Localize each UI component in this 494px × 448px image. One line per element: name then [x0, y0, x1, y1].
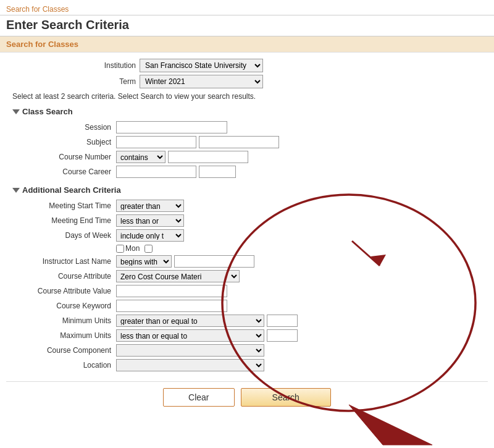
mon-label: Mon — [125, 244, 140, 253]
course-attribute-select[interactable]: Zero Cost Course Materi — [116, 270, 240, 282]
course-component-row: Course Component — [6, 344, 488, 357]
meeting-start-label: Meeting Start Time — [12, 201, 111, 210]
buttons-row: Clear Search — [6, 381, 488, 413]
course-keyword-label: Course Keyword — [12, 302, 111, 310]
course-keyword-row: Course Keyword — [6, 300, 488, 312]
class-search-section: Session Subject Course Number contains C… — [6, 119, 488, 183]
additional-search-label: Additional Search Criteria — [22, 185, 121, 195]
info-text: Select at least 2 search criteria. Selec… — [12, 92, 482, 101]
minimum-units-input[interactable] — [267, 315, 298, 327]
days-of-week-operator[interactable]: include only t — [116, 229, 184, 242]
course-component-select[interactable] — [116, 344, 264, 357]
minimum-units-label: Minimum Units — [12, 316, 111, 325]
institution-select[interactable]: San Francisco State University — [140, 59, 263, 72]
subject-label: Subject — [12, 138, 111, 146]
days-checkboxes-row: Mon — [6, 244, 488, 253]
breadcrumb: Search for Classes — [0, 0, 494, 15]
extra-checkbox-label[interactable] — [144, 245, 154, 253]
session-input[interactable] — [116, 121, 227, 133]
additional-search-section: Meeting Start Time greater than Meeting … — [6, 197, 488, 376]
search-button[interactable]: Search — [241, 388, 331, 407]
additional-search-header[interactable]: Additional Search Criteria — [6, 183, 488, 197]
instructor-row: Instructor Last Name begins with — [6, 255, 488, 268]
term-label: Term — [56, 77, 136, 86]
section-header-text: Search for Classes — [6, 40, 78, 49]
course-attribute-row: Course Attribute Zero Cost Course Materi — [6, 270, 488, 282]
maximum-units-row: Maximum Units less than or equal to — [6, 329, 488, 342]
minimum-units-row: Minimum Units greater than or equal to — [6, 315, 488, 327]
course-number-row: Course Number contains — [6, 151, 488, 163]
maximum-units-select[interactable]: less than or equal to — [116, 329, 264, 342]
course-number-input[interactable] — [168, 151, 248, 163]
meeting-end-label: Meeting End Time — [12, 216, 111, 225]
meeting-end-operator[interactable]: less than or — [116, 214, 184, 227]
course-keyword-input[interactable] — [116, 300, 227, 312]
maximum-units-label: Maximum Units — [12, 331, 111, 340]
minimum-units-select[interactable]: greater than or equal to — [116, 315, 264, 327]
subject-row: Subject — [6, 136, 488, 148]
form-container: Institution San Francisco State Universi… — [0, 53, 494, 413]
course-component-label: Course Component — [12, 346, 111, 355]
maximum-units-input[interactable] — [267, 329, 298, 342]
mon-checkbox-label[interactable]: Mon — [116, 244, 140, 253]
additional-collapse-icon — [12, 188, 20, 193]
session-label: Session — [12, 123, 111, 132]
class-search-header[interactable]: Class Search — [6, 104, 488, 119]
extra-checkbox[interactable] — [144, 245, 153, 253]
section-header: Search for Classes — [0, 36, 494, 53]
term-row: Term Winter 2021 — [56, 75, 488, 88]
course-number-operator[interactable]: contains — [116, 151, 165, 163]
course-attribute-value-row: Course Attribute Value — [6, 285, 488, 297]
course-number-label: Course Number — [12, 153, 111, 161]
instructor-operator[interactable]: begins with — [116, 255, 172, 268]
location-select[interactable] — [116, 359, 264, 371]
course-career-input[interactable] — [116, 166, 196, 178]
class-search-label: Class Search — [22, 107, 73, 116]
page-title-text: Enter Search Criteria — [6, 18, 129, 32]
course-attribute-value-input[interactable] — [116, 285, 227, 297]
course-attribute-label: Course Attribute — [12, 272, 111, 281]
days-of-week-row: Days of Week include only t — [6, 229, 488, 242]
instructor-input[interactable] — [174, 255, 254, 268]
mon-checkbox[interactable] — [116, 245, 124, 253]
subject-input2[interactable] — [199, 136, 279, 148]
subject-input[interactable] — [116, 136, 196, 148]
collapse-icon — [12, 109, 20, 114]
clear-button[interactable]: Clear — [163, 388, 234, 407]
meeting-start-row: Meeting Start Time greater than — [6, 200, 488, 212]
term-select[interactable]: Winter 2021 — [140, 75, 263, 88]
institution-row: Institution San Francisco State Universi… — [56, 59, 488, 72]
course-career-label: Course Career — [12, 167, 111, 176]
days-of-week-label: Days of Week — [12, 231, 111, 240]
location-label: Location — [12, 361, 111, 370]
breadcrumb-text[interactable]: Search for Classes — [6, 5, 69, 14]
institution-label: Institution — [56, 61, 136, 70]
course-attribute-value-label: Course Attribute Value — [12, 287, 111, 295]
course-career-input2[interactable] — [199, 166, 236, 178]
location-row: Location — [6, 359, 488, 371]
meeting-end-row: Meeting End Time less than or — [6, 214, 488, 227]
page-title: Enter Search Criteria — [0, 15, 494, 36]
instructor-label: Instructor Last Name — [12, 257, 111, 266]
course-career-row: Course Career — [6, 166, 488, 178]
meeting-start-operator[interactable]: greater than — [116, 200, 184, 212]
session-row: Session — [6, 121, 488, 133]
